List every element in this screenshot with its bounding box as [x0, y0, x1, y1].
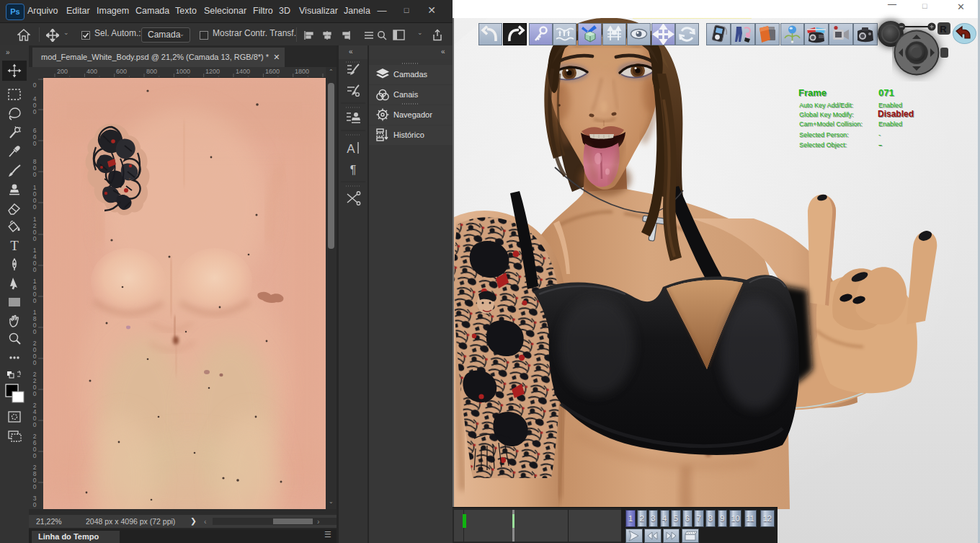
svg-text:A: A	[347, 142, 355, 156]
svg-text:0: 0	[33, 421, 37, 428]
svg-text:800: 800	[146, 68, 157, 75]
svg-text:0: 0	[33, 81, 37, 89]
svg-text:0: 0	[33, 501, 37, 508]
svg-text:T: T	[10, 238, 19, 253]
svg-text:1800: 1800	[295, 68, 309, 75]
svg-text:1600: 1600	[265, 68, 280, 75]
svg-text:¶: ¶	[350, 164, 357, 176]
svg-text:600: 600	[116, 68, 127, 75]
svg-text:1200: 1200	[205, 68, 220, 75]
svg-text:0: 0	[33, 390, 37, 397]
svg-text:0: 0	[33, 203, 37, 211]
svg-text:0: 0	[33, 452, 37, 459]
svg-text:0: 0	[33, 235, 37, 242]
svg-text:0: 0	[33, 108, 37, 115]
svg-text:0: 0	[33, 140, 37, 147]
svg-text:0: 0	[33, 328, 37, 335]
svg-text:0: 0	[33, 359, 37, 366]
svg-text:R: R	[940, 24, 947, 35]
svg-text:0: 0	[33, 297, 37, 304]
svg-text:200: 200	[57, 68, 68, 75]
svg-text:400: 400	[86, 68, 97, 75]
svg-text:1000: 1000	[176, 68, 190, 75]
svg-text:0: 0	[33, 171, 37, 178]
svg-text:0: 0	[33, 483, 37, 490]
svg-text:0: 0	[33, 266, 37, 273]
svg-text:1400: 1400	[236, 68, 250, 75]
